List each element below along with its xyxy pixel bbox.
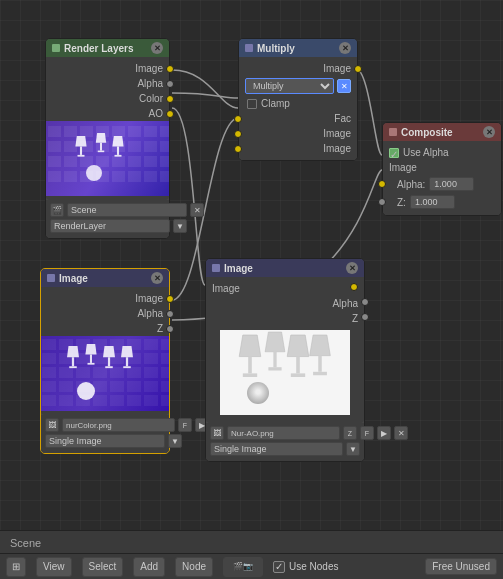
image-bc-canvas [220, 330, 350, 415]
scene-close-btn[interactable]: ✕ [190, 203, 204, 217]
multiply-image2-in-row: Image [239, 141, 357, 156]
view-btn[interactable]: View [36, 557, 72, 577]
multiply-type-select[interactable]: Multiply Add Subtract [245, 78, 334, 94]
use-nodes-area: ✓ Use Nodes [273, 561, 338, 573]
render-layers-alpha-label: Alpha [137, 78, 163, 89]
composite-alpha-input[interactable]: 1.000 [429, 177, 474, 191]
node-editor[interactable]: Render Layers ✕ Image Alpha Color AO [0, 0, 503, 530]
multiply-fac-in-socket[interactable] [234, 115, 242, 123]
composite-close[interactable]: ✕ [483, 126, 495, 138]
image-bc-arrow-btn[interactable]: ▶ [377, 426, 391, 440]
image-bc-large-preview [220, 330, 350, 415]
render-layers-footer: 🎬 Scene ✕ RenderLayer ▼ [46, 200, 169, 238]
multiply-image-in-socket[interactable] [234, 130, 242, 138]
bottom-bar: Scene ⊞ View Select Add Node 🎬📷 ✓ Use No… [0, 530, 503, 579]
image-bc-close[interactable]: ✕ [346, 262, 358, 274]
image-tl-type[interactable]: Single Image [45, 434, 165, 448]
composite-node[interactable]: Composite ✕ ✓ Use Alpha Image Alpha: 1.0… [382, 122, 502, 216]
composite-icon [389, 128, 397, 136]
image-bc-type[interactable]: Single Image [210, 442, 343, 456]
image-bc-alpha-socket[interactable] [361, 298, 369, 306]
render-layers-ao-label: AO [149, 108, 163, 119]
composite-z-input[interactable]: 1.000 [410, 195, 455, 209]
node-btn[interactable]: Node [175, 557, 213, 577]
multiply-fac-label: Fac [334, 113, 351, 124]
render-layers-header: Render Layers ✕ [46, 39, 169, 57]
composite-z-label: Z: [397, 197, 406, 208]
multiply-image-out-socket[interactable] [354, 65, 362, 73]
render-layers-color-row: Color [46, 91, 169, 106]
toolbar-render-icon[interactable]: 🎬📷 [223, 557, 263, 577]
image-bc-f-btn[interactable]: F [360, 426, 374, 440]
composite-alpha-row: Alpha: 1.000 [383, 175, 501, 193]
add-btn[interactable]: Add [133, 557, 165, 577]
scene-input[interactable]: Scene [67, 203, 187, 217]
select-btn[interactable]: Select [82, 557, 124, 577]
image-tl-close[interactable]: ✕ [151, 272, 163, 284]
multiply-fac-row: Fac [239, 111, 357, 126]
image-bc-image-out-label: Image [212, 283, 240, 294]
render-icons: 🎬📷 [233, 562, 253, 571]
composite-body: ✓ Use Alpha Image Alpha: 1.000 Z: 1.000 [383, 141, 501, 215]
render-layers-title: Render Layers [64, 43, 133, 54]
multiply-header: Multiply ✕ [239, 39, 357, 57]
multiply-dropdown-row: Multiply Add Subtract ✕ [239, 76, 357, 96]
composite-title: Composite [401, 127, 453, 138]
render-layers-canvas [46, 121, 169, 196]
render-layers-close[interactable]: ✕ [151, 42, 163, 54]
layer-input[interactable]: RenderLayer [50, 219, 170, 233]
composite-alpha-socket[interactable] [378, 180, 386, 188]
multiply-type-btn[interactable]: ✕ [337, 79, 351, 93]
composite-image-section: Image [383, 160, 501, 175]
render-layers-node[interactable]: Render Layers ✕ Image Alpha Color AO [45, 38, 170, 239]
scene-icon-btn[interactable]: 🎬 [50, 203, 64, 217]
image-tl-node[interactable]: Image ✕ Image Alpha Z 🖼 nur [40, 268, 170, 454]
render-layers-ao-socket[interactable] [166, 110, 174, 118]
composite-z-socket[interactable] [378, 198, 386, 206]
image-tl-filename[interactable]: nurColor.png [62, 418, 175, 432]
image-bc-z-label: Z [352, 313, 358, 324]
use-nodes-checkbox[interactable]: ✓ [273, 561, 285, 573]
free-unused-btn[interactable]: Free Unused [425, 558, 497, 575]
image-bc-body: Image Alpha Z [206, 277, 364, 423]
layer-browse-btn[interactable]: ▼ [173, 219, 187, 233]
image-bc-z-btn[interactable]: Z [343, 426, 357, 440]
image-tl-icon-btn[interactable]: 🖼 [45, 418, 59, 432]
multiply-icon [245, 44, 253, 52]
image-bc-header: Image ✕ [206, 259, 364, 277]
image-bc-filename[interactable]: Nur-AO.png [227, 426, 340, 440]
multiply-image-out-row: Image [239, 61, 357, 76]
image-tl-f-btn[interactable]: F [178, 418, 192, 432]
image-bc-footer: 🖼 Nur-AO.png Z F ▶ ✕ Single Image ▼ [206, 423, 364, 461]
image-bc-close-btn[interactable]: ✕ [394, 426, 408, 440]
render-layers-color-label: Color [139, 93, 163, 104]
use-alpha-checkbox[interactable]: ✓ [389, 148, 399, 158]
image-bc-alpha-label: Alpha [332, 298, 358, 309]
image-tl-z-socket[interactable] [166, 325, 174, 333]
composite-alpha-label: Alpha: [397, 179, 425, 190]
composite-z-row: Z: 1.000 [383, 193, 501, 211]
multiply-image-out-label: Image [323, 63, 351, 74]
image-tl-alpha-socket[interactable] [166, 310, 174, 318]
image-tl-type-arrow[interactable]: ▼ [168, 434, 182, 448]
multiply-body: Image Multiply Add Subtract ✕ Clamp Fac [239, 57, 357, 160]
image-tl-image-socket[interactable] [166, 295, 174, 303]
toolbar-node-icon[interactable]: ⊞ [6, 557, 26, 577]
image-bc-header-row: Image [206, 281, 364, 296]
clamp-checkbox[interactable] [247, 99, 257, 109]
multiply-image2-in-socket[interactable] [234, 145, 242, 153]
image-tl-preview [41, 336, 169, 411]
image-bc-type-arrow[interactable]: ▼ [346, 442, 360, 456]
image-tl-z-label: Z [157, 323, 163, 334]
multiply-node[interactable]: Multiply ✕ Image Multiply Add Subtract ✕… [238, 38, 358, 161]
multiply-close[interactable]: ✕ [339, 42, 351, 54]
render-layers-alpha-socket[interactable] [166, 80, 174, 88]
image-bc-icon-btn[interactable]: 🖼 [210, 426, 224, 440]
composite-header: Composite ✕ [383, 123, 501, 141]
image-bc-image-out-socket[interactable] [350, 283, 358, 291]
multiply-image-in-label: Image [323, 128, 351, 139]
image-bc-z-socket[interactable] [361, 313, 369, 321]
render-layers-image-socket[interactable] [166, 65, 174, 73]
image-bc-node[interactable]: Image ✕ Image Alpha Z 🖼 [205, 258, 365, 462]
render-layers-color-socket[interactable] [166, 95, 174, 103]
